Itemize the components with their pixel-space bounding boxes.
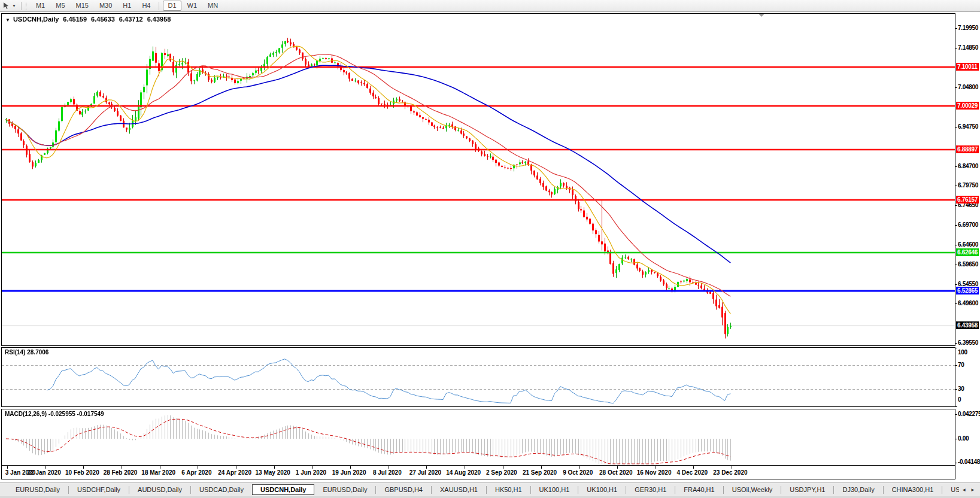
rsi-panel: RSI(14) 28.7006 <box>1 347 955 407</box>
chart-tab-china300-h1[interactable]: CHINA300,H1 <box>884 484 942 495</box>
price-tick-mark <box>955 303 957 304</box>
tab-scroll-right-icon[interactable]: ► <box>970 487 975 493</box>
price-tick-label: 7.14850 <box>958 44 979 51</box>
price-tick-mark <box>955 205 957 206</box>
rsi-canvas[interactable] <box>2 348 955 406</box>
toolbar-separator <box>21 2 22 10</box>
chart-title: ▼USDCNH,Daily6.451596.456336.437126.4395… <box>5 16 171 23</box>
collapse-caret-icon[interactable]: ▼ <box>5 17 10 23</box>
chart-tab-eurusd-daily[interactable]: EURUSD,Daily <box>314 484 375 495</box>
chart-tab-usdjpy-h1[interactable]: USDJPY,H1 <box>781 484 833 495</box>
price-tick-mark <box>955 87 957 88</box>
timeframe-button-w1[interactable]: W1 <box>183 1 202 11</box>
date-tick-mark <box>312 466 312 469</box>
chart-tab-usdcad-daily[interactable]: USDCAD,Daily <box>191 484 252 495</box>
timeframe-button-m30[interactable]: M30 <box>95 1 117 11</box>
price-tick-label: 6.84700 <box>958 163 979 170</box>
date-tick-label: 6 Apr 2020 <box>177 469 216 476</box>
timeframe-button-h1[interactable]: H1 <box>118 1 136 11</box>
timeframe-button-mn[interactable]: MN <box>203 1 223 11</box>
date-tick-label: 10 Feb 2020 <box>62 469 102 476</box>
date-tick-mark <box>45 466 46 469</box>
date-tick-mark <box>617 466 618 469</box>
macd-tick-mark <box>955 414 957 415</box>
ohlc-high: 6.45633 <box>91 16 115 23</box>
chart-tab-uk100-h1[interactable]: UK100,H1 <box>578 484 626 495</box>
date-tick-label: 1 Jun 2020 <box>291 469 330 476</box>
main-chart-canvas[interactable] <box>2 14 955 345</box>
macd-canvas[interactable] <box>2 409 955 465</box>
chart-symbol: USDCNH,Daily <box>13 16 59 23</box>
chart-tab-eurusd-daily[interactable]: EURUSD,Daily <box>7 484 68 495</box>
timeframe-button-m1[interactable]: M1 <box>31 1 50 11</box>
price-tick-label: 6.49600 <box>958 300 979 307</box>
date-tick-label: 22 Jan 2020 <box>25 469 64 476</box>
rsi-tick-mark <box>955 365 957 366</box>
chart-tab-bar: EURUSD,DailyUSDCHF,DailyAUDUSD,DailyUSDC… <box>0 482 980 496</box>
tab-scroll-arrows: ◄ ► <box>959 482 978 496</box>
date-tick-label: 19 Jun 2020 <box>329 469 369 476</box>
timeframe-button-h4[interactable]: H4 <box>137 1 155 11</box>
chart-tab-gbpusd-h4[interactable]: GBPUSD,H4 <box>376 484 431 495</box>
date-tick-label: 28 Oct 2020 <box>596 469 636 476</box>
price-tick-label: 7.19950 <box>958 25 979 32</box>
price-level-badge: 6.62646 <box>956 248 979 256</box>
date-tick-label: 16 Nov 2020 <box>635 469 674 476</box>
rsi-label: RSI(14) 28.7006 <box>5 349 48 356</box>
chart-tab-dj30-daily[interactable]: DJ30,Daily <box>834 484 882 495</box>
toolbar-separator <box>159 2 159 10</box>
mt4-window: ▼ M1M5M15M30H1H4D1W1MN ▼USDCNH,Daily6.45… <box>0 0 980 498</box>
tab-scroll-left-icon[interactable]: ◄ <box>961 487 966 493</box>
date-tick-mark <box>693 466 694 469</box>
date-tick-mark <box>503 466 503 469</box>
toolbar: ▼ M1M5M15M30H1H4D1W1MN <box>0 0 980 12</box>
price-tick-mark <box>955 245 957 245</box>
price-tick-mark <box>955 186 957 186</box>
price-tick-label: 6.79750 <box>958 182 979 189</box>
date-tick-mark <box>7 466 8 469</box>
date-tick-mark <box>83 466 84 469</box>
chart-tab-ger30-h1[interactable]: GER30,H1 <box>626 484 675 495</box>
chart-shift-marker-icon[interactable] <box>758 14 764 17</box>
macd-label: MACD(12,26,9) -0.025955 -0.017549 <box>5 411 104 417</box>
date-tick-label: 4 Dec 2020 <box>672 469 712 476</box>
price-tick-label: 6.64600 <box>958 241 979 248</box>
toolbar-grip[interactable] <box>26 2 26 10</box>
timeframe-button-m15[interactable]: M15 <box>71 1 93 11</box>
chart-tab-fra40-h1[interactable]: FRA40,H1 <box>675 484 723 495</box>
price-tick-mark <box>955 343 957 344</box>
timeframe-button-m5[interactable]: M5 <box>51 1 69 11</box>
chart-tab-hk50-h1[interactable]: HK50,H1 <box>487 484 530 495</box>
cursor-tool-icon[interactable] <box>2 2 10 10</box>
chart-tab-uk100-h1[interactable]: UK100,H1 <box>531 484 578 495</box>
chart-tab-usdchf-daily[interactable]: USDCHF,Daily <box>69 484 129 495</box>
tool-dropdown-caret-icon[interactable]: ▼ <box>12 4 16 8</box>
chart-tab-audusd-daily[interactable]: AUDUSD,Daily <box>129 484 190 495</box>
price-tick-label: 6.94750 <box>958 123 979 130</box>
price-level-badge: 6.52865 <box>956 287 979 294</box>
timeframe-button-d1[interactable]: D1 <box>163 1 181 11</box>
macd-panel: MACD(12,26,9) -0.025955 -0.017549 <box>1 409 955 466</box>
price-level-badge: 7.00029 <box>956 102 979 110</box>
rsi-tick-mark <box>955 348 957 348</box>
date-tick-mark <box>656 466 656 469</box>
price-tick-label: 6.69700 <box>958 221 979 229</box>
price-tick-label: 6.39550 <box>958 339 979 347</box>
chart-tab-usdcnh-daily[interactable]: USDCNH,Daily <box>252 484 314 495</box>
price-tick-mark <box>955 166 957 167</box>
date-tick-label: 14 Aug 2020 <box>444 469 483 476</box>
rsi-axis-label: 30 <box>958 385 979 393</box>
date-tick-label: 2 Sep 2020 <box>482 469 521 476</box>
chart-tab-usoil-weekly[interactable]: USOil,Weekly <box>724 484 781 495</box>
date-tick-mark <box>465 466 465 469</box>
date-tick-label: 27 Jul 2020 <box>405 469 445 476</box>
pointer-icon <box>2 2 10 10</box>
price-level-badge: 7.10011 <box>956 63 979 71</box>
date-tick-mark <box>350 466 351 469</box>
date-tick-mark <box>579 466 579 469</box>
rsi-axis-label: 0 <box>958 396 979 403</box>
date-tick-mark <box>541 466 542 469</box>
date-tick-mark <box>389 466 389 469</box>
ohlc-close: 6.43958 <box>147 16 171 23</box>
chart-tab-xauusd-h1[interactable]: XAUUSD,H1 <box>432 484 486 495</box>
